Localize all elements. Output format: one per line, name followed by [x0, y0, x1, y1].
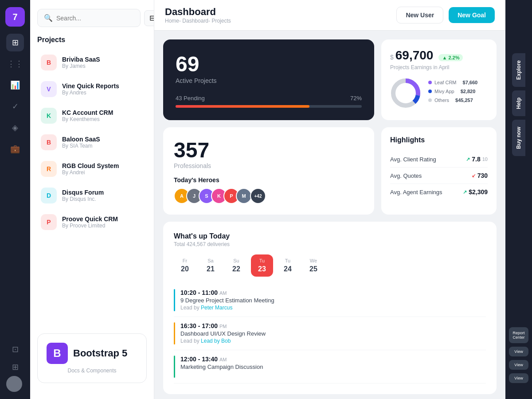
- day-name: Tu: [282, 258, 293, 263]
- trend-down-icon: ↙: [472, 173, 476, 179]
- tab-help[interactable]: Help: [512, 90, 525, 116]
- view-button-3[interactable]: View: [509, 373, 528, 383]
- sidebar-icon-check[interactable]: ✓: [6, 98, 24, 115]
- highlight-label: Avg. Quotes: [390, 172, 422, 179]
- earnings-legend: Leaf CRM $7,660 Mivy App $2,820 Others $…: [428, 80, 477, 106]
- event-lead-link[interactable]: Peter Marcus: [201, 305, 232, 311]
- project-list-item[interactable]: D Disqus Forum By Disqus Inc.: [34, 182, 150, 209]
- highlight-item: Avg. Client Rating ↗ 7.8 10: [390, 151, 488, 168]
- event-name: Dashboard UI/UX Design Review: [180, 330, 266, 337]
- active-projects-count: 69: [176, 52, 362, 76]
- day-name: Su: [231, 258, 242, 263]
- project-icon: B: [41, 55, 57, 70]
- professionals-label: Professionals: [174, 162, 364, 169]
- legend-item: Mivy App $2,820: [428, 89, 477, 94]
- day-number: 25: [308, 265, 319, 273]
- calendar-day[interactable]: Fr 20: [174, 254, 196, 277]
- project-author: By Proove Limited: [62, 223, 118, 229]
- sidebar-icon-briefcase[interactable]: 💼: [6, 140, 24, 158]
- project-icon: R: [41, 161, 57, 177]
- project-icon: B: [41, 134, 57, 150]
- user-avatar[interactable]: [6, 376, 22, 392]
- search-icon: 🔍: [44, 14, 53, 22]
- search-input[interactable]: [56, 15, 134, 22]
- calendar-day[interactable]: We 25: [302, 254, 325, 277]
- sidebar-icon-grid[interactable]: ⋮⋮: [6, 55, 24, 73]
- project-author: By James: [62, 63, 100, 69]
- sidebar-icon-dashboard[interactable]: ⊞: [6, 34, 24, 51]
- project-list-item[interactable]: B Briviba SaaS By James: [34, 49, 150, 76]
- calendar-day[interactable]: Sa 21: [200, 254, 222, 277]
- project-name: Vine Quick Reports: [62, 82, 119, 90]
- view-button-2[interactable]: View: [509, 360, 528, 370]
- event-time: 10:20 - 11:00 AM: [180, 289, 274, 296]
- project-sidebar: 🔍 ⊟ Projects B Briviba SaaS By James V V…: [30, 0, 154, 399]
- bootstrap-panel: B Bootstrap 5 Docs & Components: [37, 333, 147, 383]
- hero-avatar: M: [236, 188, 252, 204]
- project-list-item[interactable]: P Proove Quick CRM By Proove Limited: [34, 209, 150, 235]
- project-list-item[interactable]: R RGB Cloud System By Andrei: [34, 156, 150, 182]
- calendar-row: What's up Today Total 424,567 deliveries…: [163, 222, 497, 394]
- tab-explore[interactable]: Explore: [512, 53, 525, 87]
- professionals-card: 357 Professionals Today's Heroes AJSKPM+…: [163, 127, 374, 215]
- view-button-1[interactable]: View: [509, 347, 528, 356]
- legend-label: Mivy App: [434, 89, 454, 94]
- project-icon: K: [41, 108, 57, 124]
- project-author: By Disqus Inc.: [62, 196, 104, 202]
- legend-item: Leaf CRM $7,660: [428, 80, 477, 85]
- sidebar-icon-layers[interactable]: ◈: [6, 119, 24, 137]
- calendar-day[interactable]: Su 22: [225, 254, 247, 277]
- currency-symbol: $: [390, 54, 394, 61]
- highlight-value: ↗ 7.8 10: [466, 156, 488, 163]
- search-bar[interactable]: 🔍: [37, 9, 141, 27]
- projects-heading: Projects: [30, 36, 154, 49]
- professionals-count: 357: [174, 138, 364, 162]
- earnings-donut: [390, 78, 421, 109]
- filter-button[interactable]: ⊟: [144, 10, 154, 26]
- project-list-item[interactable]: V Vine Quick Reports By Andres: [34, 76, 150, 102]
- event-lead-link[interactable]: Lead by Bob: [201, 338, 231, 344]
- event-color-bar: [174, 289, 175, 311]
- project-icon: V: [41, 81, 57, 97]
- sidebar-icon-settings[interactable]: ⊡: [6, 340, 24, 358]
- project-author: By Andrei: [62, 169, 119, 176]
- dashboard-body: 69 Active Projects 43 Pending 72% $ 69,7…: [154, 31, 505, 399]
- calendar-day[interactable]: Tu 24: [277, 254, 299, 277]
- project-name: Disqus Forum: [62, 189, 104, 196]
- event-name: 9 Degree Project Estimation Meeting: [180, 297, 274, 304]
- legend-value: $45,257: [455, 98, 473, 103]
- pending-label: 43 Pending: [176, 95, 205, 102]
- sidebar-icon-chart[interactable]: 📊: [6, 76, 24, 94]
- project-list: B Briviba SaaS By James V Vine Quick Rep…: [30, 49, 154, 235]
- report-center-button[interactable]: Report Center: [509, 327, 528, 343]
- project-author: By Andres: [62, 90, 119, 96]
- project-list-item[interactable]: B Baloon SaaS By SIA Team: [34, 129, 150, 156]
- project-author: By SIA Team: [62, 143, 100, 149]
- new-user-button[interactable]: New User: [396, 7, 443, 23]
- calendar-event: 10:20 - 11:00 AM 9 Degree Project Estima…: [174, 284, 486, 317]
- page-title: Dashboard: [165, 6, 231, 18]
- user-number-badge[interactable]: 7: [5, 7, 25, 27]
- header-actions: New User New Goal: [396, 7, 495, 23]
- legend-dot: [428, 98, 432, 102]
- calendar-event: 16:30 - 17:00 PM Dashboard UI/UX Design …: [174, 317, 486, 350]
- project-name: Briviba SaaS: [62, 56, 100, 63]
- sidebar-icon-grid2[interactable]: ⊞: [6, 358, 24, 376]
- pending-percent: 72%: [350, 95, 362, 102]
- tab-buy-now[interactable]: Buy now: [512, 120, 525, 156]
- right-panel: Explore Help Buy now Report Center View …: [505, 0, 532, 399]
- event-color-bar: [174, 356, 175, 378]
- hero-avatar-more: +42: [250, 188, 266, 204]
- calendar-title: What's up Today: [174, 232, 486, 240]
- project-icon: P: [41, 214, 57, 230]
- progress-bar: [176, 105, 362, 108]
- avatars-row: AJSKPM+42: [174, 188, 364, 204]
- highlights-title: Highlights: [390, 136, 488, 144]
- new-goal-button[interactable]: New Goal: [449, 7, 495, 23]
- event-name: Marketing Campaign Discussion: [180, 364, 263, 370]
- bootstrap-subtitle[interactable]: Docs & Components: [47, 368, 137, 374]
- project-list-item[interactable]: K KC Account CRM By Keenthemes: [34, 102, 150, 129]
- calendar-day[interactable]: Tu 23: [251, 254, 273, 277]
- day-name: We: [308, 258, 319, 263]
- main-content: Dashboard Home- Dashboard- Projects New …: [154, 0, 505, 399]
